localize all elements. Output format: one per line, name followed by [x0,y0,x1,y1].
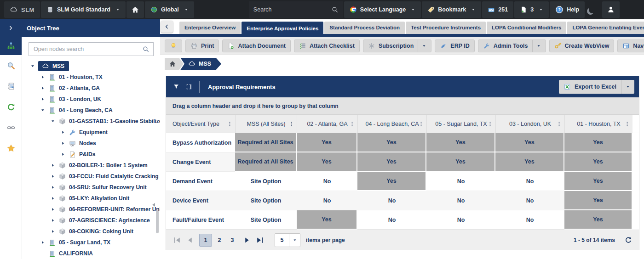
tab-enterprise-overview[interactable]: Enterprise Overview [179,22,241,34]
tree-node-05-sugar-land-tx[interactable]: 05 - Sugar Land, TX [22,237,160,248]
filter-icon[interactable] [172,83,180,90]
tab-test-procedure-instruments[interactable]: Test Procedure Instruments [406,22,486,34]
column-menu-button[interactable] [288,120,294,128]
tree-node-mss[interactable]: MSS [22,61,160,72]
database-selector[interactable]: SLM Gold Standard [41,1,126,18]
page-size-select[interactable]: 5 [275,233,300,247]
column-menu-button[interactable] [556,120,562,128]
rail-object-tree-button[interactable] [0,37,22,55]
column-menu-button[interactable] [349,120,355,128]
expand-caret-icon[interactable] [61,130,66,135]
last-page-button[interactable] [255,236,264,245]
rail-links-button[interactable] [0,117,22,138]
toolbar-tip-button[interactable] [165,39,182,52]
tab-enterprise-approval-policies[interactable]: Enterprise Approval Policies [242,22,323,34]
column-menu-button[interactable] [624,120,630,128]
toolbar-create-webview-button[interactable]: Create WebView [549,39,615,52]
page-1-button[interactable]: 1 [199,234,212,247]
expand-caret-icon[interactable] [40,240,46,245]
sidebar-scrollbar[interactable] [155,188,159,243]
tree-node-california[interactable]: CALIFORNIA [22,248,160,259]
home-button[interactable] [126,1,144,18]
collapse-caret-icon[interactable] [40,108,46,113]
expand-caret-icon[interactable] [51,163,56,168]
column-menu-button[interactable] [487,120,493,128]
open-nodes-search-input[interactable]: Open nodes search [29,42,154,56]
dropdown-caret[interactable] [418,40,426,52]
tree-node-01-gasstab1-1-gasoline-stabilizer[interactable]: 01-GASSTAB1: 1-Gasoline Stabilizer [22,116,160,127]
column-header-03-london-uk[interactable]: 03 - London, UK [495,115,564,133]
expand-panel-icon[interactable] [7,25,14,31]
scope-selector[interactable]: Global [145,1,194,18]
user-menu-button[interactable] [602,1,620,18]
toolbar-attach-checklist-button[interactable]: Attach Checklist [294,39,360,52]
toolbar-print-button[interactable]: Print [185,39,219,52]
help-button[interactable]: Help [550,1,585,18]
page-2-button[interactable]: 2 [214,234,225,247]
rail-favorites-button[interactable] [0,138,22,158]
page-size-caret[interactable] [289,234,300,247]
rail-sync-button[interactable] [0,96,22,117]
language-selector[interactable]: Select Language [344,1,421,18]
prev-page-button[interactable] [185,236,195,245]
export-dropdown-caret[interactable] [621,80,634,94]
expand-caret-icon[interactable] [51,207,56,212]
tree-node-equipment[interactable]: Equipment [22,127,160,138]
breadcrumb-home[interactable] [165,58,184,70]
breadcrumb-root[interactable]: MSS [180,58,221,70]
next-page-button[interactable] [242,236,252,245]
column-header-05-sugar-land-tx[interactable]: 05 - Sugar Land, TX [426,115,495,133]
column-header-02-atlanta-ga[interactable]: 02 - Atlanta, GA [297,115,357,133]
expand-caret-icon[interactable] [40,75,46,79]
column-menu-button[interactable] [418,120,424,128]
tree-node-02-boiler-1-boiler-1-system[interactable]: 02-BOILER-1: Boiler 1 System [22,160,160,171]
global-search-input[interactable]: Search [249,1,343,18]
toolbar-admin-tools-button[interactable]: Admin Tools [478,39,546,52]
collapse-caret-icon[interactable] [51,119,56,124]
first-page-button[interactable] [172,236,182,245]
rail-search-button[interactable] [0,55,22,76]
refresh-button[interactable] [624,236,632,244]
expand-caret-icon[interactable] [51,218,56,223]
scrollbar-thumb[interactable] [156,210,159,233]
tab-standard-process-deviation[interactable]: Standard Process Deviation [324,22,405,34]
expand-caret-icon[interactable] [51,174,56,179]
toolbar-erp-id-button[interactable]: ERP ID [435,39,474,52]
recent-documents-button[interactable]: 3 [514,1,549,18]
group-by-drop-zone[interactable]: Drag a column header and drop it here to… [166,97,639,115]
tree-node-03-fccu-fluid-catalytic-cracking[interactable]: 03-FCCU: Fluid Catalytic Cracking [22,171,160,182]
column-header-04-long-beach-ca[interactable]: 04 - Long Beach, CA [357,115,426,133]
column-header-object-event-type[interactable]: Object/Event Type [166,115,235,133]
column-header-mss-all-sites[interactable]: MSS (All Sites) [235,115,297,133]
tree-node-04-long-beach-ca[interactable]: 04 - Long Beach, CA [22,105,160,116]
tab-lopa-generic-enabling-events[interactable]: LOPA Generic Enabling Events [567,22,644,34]
expand-caret-icon[interactable] [51,196,56,201]
column-chooser-icon[interactable] [185,83,193,90]
tree-node-06-reformer-unit-reformer-unit[interactable]: 06-REFORMER-UNIT: Reformer Unit [22,204,160,215]
collapse-caret-icon[interactable] [30,64,35,68]
tree-node-p-ids[interactable]: P&IDs [22,149,160,160]
theme-toggle-button[interactable] [585,1,602,18]
tree-node-05-lky-alkylation-unit[interactable]: 05-LKY: Alkylation Unit [22,193,160,204]
inbox-button[interactable]: 251 [482,1,513,18]
tree-node-01-houston-tx[interactable]: 01 - Houston, TX [22,72,160,83]
column-header-01-houston-tx[interactable]: 01 - Houston, TX [564,115,632,133]
collapse-arrow-icon[interactable] [152,203,155,207]
expand-caret-icon[interactable] [61,152,66,157]
tree-node-04-sru-sulfur-recovery-unit[interactable]: 04-SRU: Sulfur Recovery Unit [22,182,160,193]
expand-caret-icon[interactable] [40,86,46,90]
expand-caret-icon[interactable] [61,141,66,146]
expand-caret-icon[interactable] [51,229,56,234]
tree-node-03-london-uk[interactable]: 03 - London, UK [22,94,160,105]
bookmark-button[interactable]: Bookmark [422,1,481,18]
dropdown-caret[interactable] [532,40,541,52]
export-to-excel-button[interactable]: Export to Excel [559,80,634,94]
tree-node-02-atlanta-ga[interactable]: 02 - Atlanta, GA [22,83,160,94]
tabs-scroll-left-button[interactable] [161,21,173,33]
selected-node-chip[interactable]: MSS [38,61,69,71]
column-menu-button[interactable] [227,120,233,128]
toolbar-attach-document-button[interactable]: Attach Document [222,39,290,52]
page-3-button[interactable]: 3 [227,234,238,247]
rail-notes-button[interactable] [0,76,22,96]
tab-lopa-conditional-modifiers[interactable]: LOPA Conditional Modifiers [487,22,566,34]
